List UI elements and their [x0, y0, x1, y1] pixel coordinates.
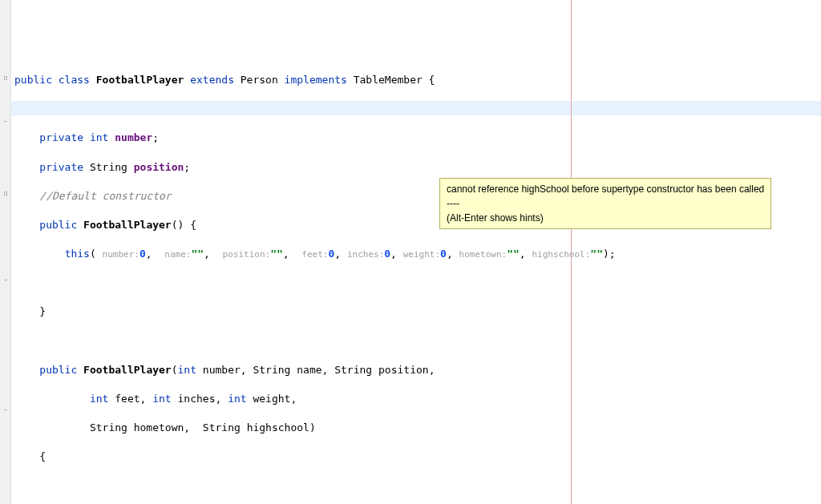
code-line[interactable]: { — [14, 450, 821, 464]
code-line[interactable]: this( number:0, name:"", position:"", fe… — [14, 247, 821, 261]
code-line[interactable] — [14, 334, 821, 349]
gutter: ▫ - ▫ - - — [0, 0, 11, 504]
code-line[interactable]: } — [14, 304, 821, 319]
tooltip-message: cannot reference highSchool before super… — [447, 182, 764, 196]
code-line[interactable]: private int number; — [14, 131, 821, 145]
code-line[interactable]: public class FootballPlayer extends Pers… — [14, 73, 821, 87]
gutter-fold-icon[interactable]: - — [2, 404, 10, 415]
code-line[interactable]: private String position; — [14, 160, 821, 175]
code-line[interactable]: int feet, int inches, int weight, — [14, 392, 821, 406]
right-margin-guide — [571, 0, 572, 504]
code-line[interactable]: public FootballPlayer(int number, String… — [14, 363, 821, 377]
code-editor[interactable]: ▫ - ▫ - - public class FootballPlayer ex… — [0, 0, 821, 504]
gutter-fold-icon[interactable]: ▫ — [2, 187, 10, 199]
code-line[interactable] — [14, 276, 821, 290]
code-line[interactable] — [14, 479, 821, 494]
code-line[interactable] — [14, 102, 821, 116]
gutter-fold-icon[interactable]: - — [2, 274, 10, 285]
code-line[interactable]: String hometown, String highschool) — [14, 421, 821, 435]
gutter-fold-icon[interactable]: ▫ — [2, 72, 10, 83]
tooltip-divider: ---- — [447, 196, 764, 211]
tooltip-hint: (Alt-Enter shows hints) — [447, 211, 764, 225]
gutter-fold-icon[interactable]: - — [2, 115, 10, 127]
error-tooltip: cannot reference highSchool before super… — [439, 178, 771, 229]
